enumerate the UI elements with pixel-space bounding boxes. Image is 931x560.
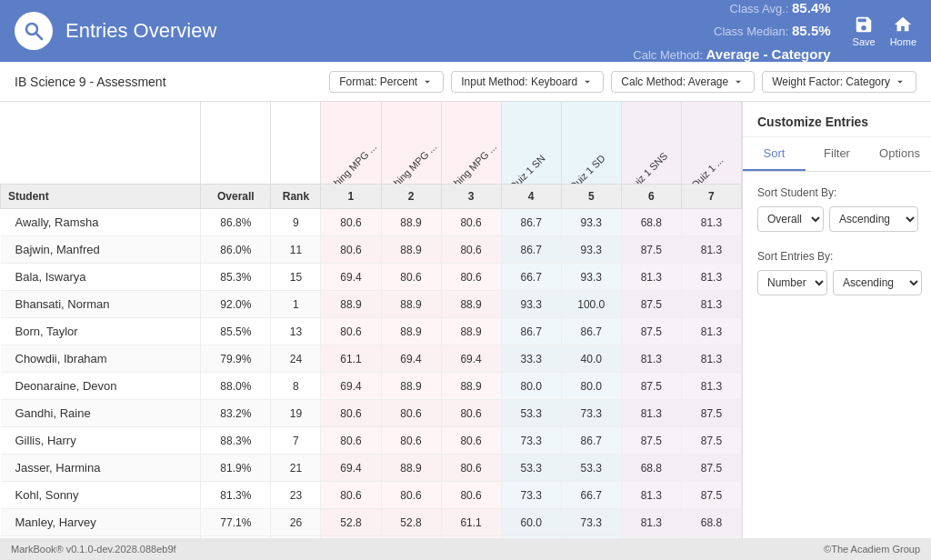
sort-student-dir-select[interactable]: Ascending Descending [829,206,918,232]
score-cell[interactable]: 80.0 [501,373,561,400]
score-cell[interactable]: 88.9 [381,291,441,318]
score-cell[interactable]: 86.7 [561,427,621,455]
sort-student-by-select[interactable]: Overall Name Rank [757,206,824,232]
score-cell[interactable]: 61.1 [441,536,501,539]
score-cell[interactable]: 88.9 [381,373,441,400]
score-cell[interactable]: 69.4 [321,536,381,539]
score-cell[interactable]: 80.6 [441,427,501,455]
score-cell[interactable]: 93.3 [501,291,561,318]
score-cell[interactable]: 88.9 [441,373,501,400]
score-cell[interactable]: 80.6 [321,209,381,236]
score-cell[interactable]: 69.4 [321,264,381,291]
sort-entries-dir-select[interactable]: Ascending Descending [833,270,922,295]
score-cell[interactable]: 88.9 [381,236,441,264]
score-cell[interactable]: 80.6 [381,427,441,455]
score-cell[interactable]: 73.3 [501,427,561,455]
grade-table-area[interactable]: Graphing MPG ... Graphing MPG ... Graphi… [0,102,742,538]
score-cell[interactable]: 87.5 [681,427,741,455]
score-cell[interactable]: 80.6 [381,264,441,291]
score-cell[interactable]: 80.6 [321,318,381,345]
score-cell[interactable]: 53.3 [561,455,621,482]
score-cell[interactable]: 81.3 [681,236,741,264]
score-cell[interactable]: 80.6 [381,400,441,427]
score-cell[interactable]: 66.7 [501,264,561,291]
score-cell[interactable]: 80.6 [381,482,441,509]
score-cell[interactable]: 81.3 [681,373,741,400]
score-cell[interactable]: 88.9 [321,291,381,318]
score-cell[interactable]: 60.0 [501,509,561,536]
score-cell[interactable]: 80.6 [321,236,381,264]
score-cell[interactable]: 80.6 [381,536,441,539]
score-cell[interactable]: 68.8 [621,455,681,482]
score-cell[interactable]: 81.3 [681,345,741,373]
score-cell[interactable]: 87.5 [681,536,741,539]
score-cell[interactable]: 68.8 [621,536,681,539]
score-cell[interactable]: 100.0 [561,291,621,318]
score-cell[interactable]: 87.5 [681,455,741,482]
score-cell[interactable]: 86.7 [501,236,561,264]
score-cell[interactable]: 69.4 [321,373,381,400]
score-cell[interactable]: 80.6 [441,236,501,264]
score-cell[interactable]: 80.6 [321,400,381,427]
score-cell[interactable]: 88.9 [441,291,501,318]
score-cell[interactable]: 68.8 [621,209,681,236]
score-cell[interactable]: 52.8 [321,509,381,536]
score-cell[interactable]: 81.3 [681,291,741,318]
score-cell[interactable]: 93.3 [561,264,621,291]
score-cell[interactable]: 53.3 [501,455,561,482]
score-cell[interactable]: 80.6 [441,400,501,427]
weight-factor-button[interactable]: Weight Factor: Category [762,71,916,93]
score-cell[interactable]: 81.3 [681,264,741,291]
tab-filter[interactable]: Filter [806,137,868,171]
score-cell[interactable]: 86.7 [501,209,561,236]
score-cell[interactable]: 87.5 [681,400,741,427]
score-cell[interactable]: 88.9 [381,455,441,482]
home-button[interactable]: Home [890,15,916,47]
score-cell[interactable]: 88.9 [381,318,441,345]
score-cell[interactable]: 93.3 [561,209,621,236]
score-cell[interactable]: 81.3 [681,209,741,236]
score-cell[interactable]: 87.5 [621,318,681,345]
score-cell[interactable]: 81.3 [621,264,681,291]
score-cell[interactable]: 66.7 [561,482,621,509]
tab-options[interactable]: Options [868,137,931,171]
score-cell[interactable]: 80.6 [441,209,501,236]
score-cell[interactable]: 88.9 [381,209,441,236]
score-cell[interactable]: 80.0 [561,373,621,400]
score-cell[interactable]: 69.4 [441,345,501,373]
score-cell[interactable]: 73.3 [561,400,621,427]
score-cell[interactable]: 61.1 [441,509,501,536]
score-cell[interactable]: 87.5 [681,482,741,509]
score-cell[interactable]: 80.6 [321,482,381,509]
score-cell[interactable]: 69.4 [321,455,381,482]
score-cell[interactable]: 80.6 [441,264,501,291]
score-cell[interactable]: 53.3 [501,536,561,539]
sort-entries-by-select[interactable]: Number Name [757,270,827,295]
score-cell[interactable]: 80.6 [321,427,381,455]
calc-method-button[interactable]: Calc Method: Average [611,71,755,93]
score-cell[interactable]: 86.7 [561,318,621,345]
score-cell[interactable]: 53.3 [501,400,561,427]
score-cell[interactable]: 69.4 [381,345,441,373]
save-button[interactable]: Save [853,15,876,47]
score-cell[interactable]: 53.3 [561,536,621,539]
score-cell[interactable]: 68.8 [681,509,741,536]
score-cell[interactable]: 73.3 [501,482,561,509]
score-cell[interactable]: 87.5 [621,236,681,264]
score-cell[interactable]: 88.9 [441,318,501,345]
format-button[interactable]: Format: Percent [329,71,444,93]
score-cell[interactable]: 61.1 [321,345,381,373]
score-cell[interactable]: 33.3 [501,345,561,373]
input-method-button[interactable]: Input Method: Keyboard [451,71,604,93]
score-cell[interactable]: 86.7 [501,318,561,345]
score-cell[interactable]: 81.3 [621,400,681,427]
score-cell[interactable]: 81.3 [621,345,681,373]
score-cell[interactable]: 87.5 [621,373,681,400]
score-cell[interactable]: 40.0 [561,345,621,373]
score-cell[interactable]: 80.6 [441,482,501,509]
score-cell[interactable]: 52.8 [381,509,441,536]
score-cell[interactable]: 87.5 [621,291,681,318]
score-cell[interactable]: 81.3 [621,509,681,536]
score-cell[interactable]: 73.3 [561,509,621,536]
score-cell[interactable]: 81.3 [621,482,681,509]
